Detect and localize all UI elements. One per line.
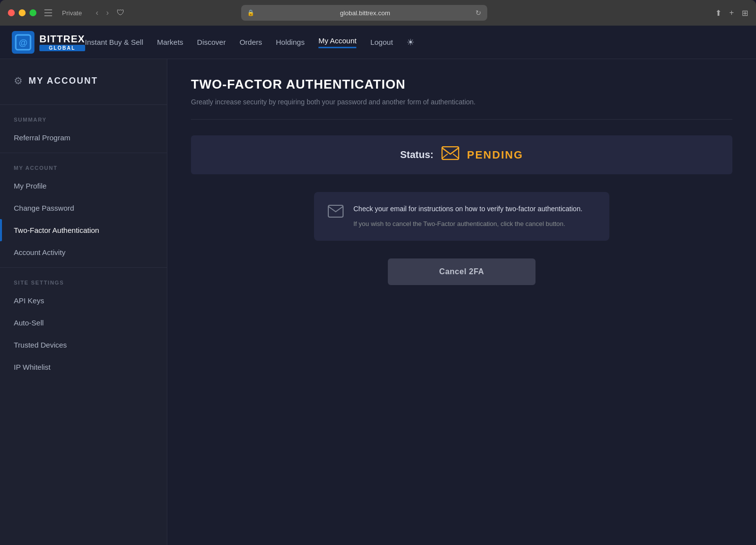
page-title: TWO-FACTOR AUTHENTICATION	[191, 77, 732, 92]
section-label-summary: SUMMARY	[0, 109, 167, 127]
sidebar-toggle[interactable]	[42, 7, 54, 18]
sidebar-item-apikeys[interactable]: API Keys	[0, 289, 167, 312]
top-nav: @ BITTREX GLOBAL Instant Buy & Sell Mark…	[0, 26, 756, 59]
svg-rect-6	[442, 147, 459, 160]
browser-nav: ‹ ›	[94, 6, 111, 19]
divider-summary	[0, 153, 167, 153]
private-label: Private	[62, 9, 82, 17]
cancel-2fa-button[interactable]: Cancel 2FA	[388, 258, 536, 285]
gear-icon: ⚙	[14, 75, 23, 87]
tab-grid-button[interactable]: ⊞	[742, 8, 748, 18]
shield-icon: 🛡	[117, 8, 125, 17]
sidebar-item-trusteddevices[interactable]: Trusted Devices	[0, 334, 167, 356]
page-subtitle: Greatly increase security by requiring b…	[191, 97, 732, 107]
svg-rect-1	[44, 12, 52, 13]
section-label-myaccount: MY ACCOUNT	[0, 157, 167, 175]
sidebar-item-referral[interactable]: Referral Program	[0, 127, 167, 149]
browser-actions: ⬆ + ⊞	[715, 8, 748, 18]
section-divider	[191, 119, 732, 120]
maximize-button[interactable]	[30, 9, 36, 16]
svg-line-8	[453, 154, 458, 158]
status-label: Status:	[400, 149, 434, 160]
nav-markets[interactable]: Markets	[157, 38, 183, 46]
sidebar-item-myprofile[interactable]: My Profile	[0, 175, 167, 197]
lock-icon: 🔒	[247, 9, 254, 16]
sidebar-item-accountactivity[interactable]: Account Activity	[0, 241, 167, 263]
theme-toggle[interactable]: ☀	[407, 37, 414, 48]
nav-discover[interactable]: Discover	[197, 38, 225, 46]
info-secondary: If you wish to cancel the Two-Factor aut…	[353, 219, 596, 229]
refresh-button[interactable]: ↻	[475, 9, 481, 17]
sidebar-title: MY ACCOUNT	[29, 76, 98, 86]
logo-name: BITTREX	[39, 33, 85, 45]
nav-orders[interactable]: Orders	[240, 38, 262, 46]
email-icon	[328, 205, 344, 221]
logo-text: BITTREX GLOBAL	[39, 33, 85, 51]
share-button[interactable]: ⬆	[715, 8, 722, 18]
nav-myaccount[interactable]: My Account	[318, 36, 357, 48]
nav-links: Instant Buy & Sell Markets Discover Orde…	[85, 36, 415, 48]
info-text: Check your email for instructions on how…	[353, 204, 596, 229]
url-text: global.bittrex.com	[258, 9, 472, 17]
sidebar-item-autosell[interactable]: Auto-Sell	[0, 312, 167, 334]
svg-line-7	[442, 154, 447, 158]
address-bar[interactable]: 🔒 global.bittrex.com ↻	[241, 5, 487, 21]
new-tab-button[interactable]: +	[729, 8, 734, 18]
forward-button[interactable]: ›	[104, 6, 111, 19]
svg-rect-0	[44, 9, 52, 10]
sidebar-item-ipwhitelist[interactable]: IP Whitelist	[0, 356, 167, 378]
status-value: PENDING	[467, 149, 523, 161]
nav-holdings[interactable]: Holdings	[276, 38, 305, 46]
status-bar: Status: PENDING	[191, 135, 732, 174]
divider-myaccount	[0, 267, 167, 268]
section-label-sitesettings: SITE SETTINGS	[0, 272, 167, 289]
close-button[interactable]	[8, 9, 15, 16]
sidebar: ⚙ MY ACCOUNT SUMMARY Referral Program MY…	[0, 59, 167, 545]
sidebar-item-twofactor[interactable]: Two-Factor Authentication	[0, 219, 167, 241]
nav-instant-buy[interactable]: Instant Buy & Sell	[85, 38, 143, 46]
divider-top	[0, 104, 167, 105]
sidebar-item-changepassword[interactable]: Change Password	[0, 197, 167, 219]
nav-logout[interactable]: Logout	[370, 38, 393, 46]
logo-sub: GLOBAL	[39, 45, 85, 51]
status-icon	[441, 146, 459, 163]
traffic-lights	[8, 9, 36, 16]
content-area: TWO-FACTOR AUTHENTICATION Greatly increa…	[167, 59, 756, 545]
info-box: Check your email for instructions on how…	[314, 192, 609, 241]
logo[interactable]: @ BITTREX GLOBAL	[12, 31, 85, 54]
sidebar-header: ⚙ MY ACCOUNT	[0, 75, 167, 100]
svg-text:@: @	[19, 38, 28, 48]
info-primary: Check your email for instructions on how…	[353, 204, 596, 214]
minimize-button[interactable]	[19, 9, 26, 16]
svg-rect-2	[44, 15, 52, 16]
back-button[interactable]: ‹	[94, 6, 100, 19]
